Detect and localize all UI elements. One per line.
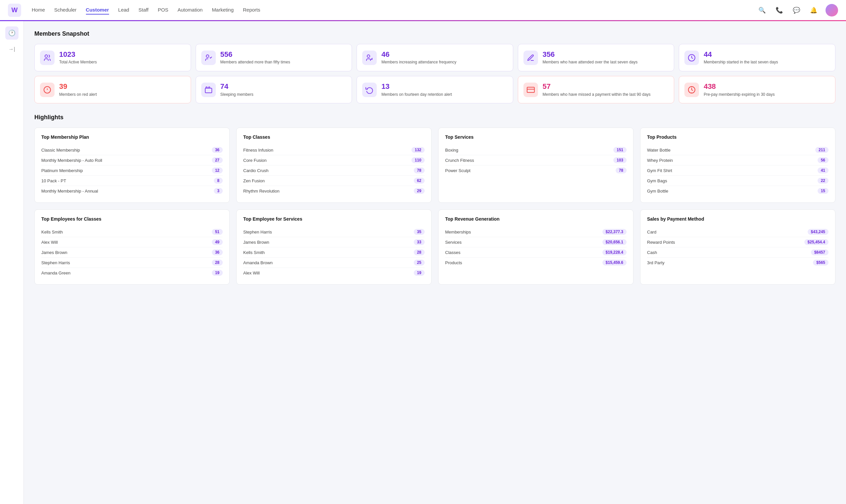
highlight-row[interactable]: Power Sculpt78 [445, 165, 627, 175]
highlight-card[interactable]: Top Membership PlanClassic Membership36M… [34, 127, 230, 203]
highlight-row[interactable]: James Brown33 [243, 237, 425, 247]
stat-retention[interactable]: 13 Members on fourteen day retention ale… [356, 76, 513, 103]
highlight-row[interactable]: Monthly Membership - Auto Roll27 [41, 155, 223, 165]
highlight-card[interactable]: Top Employees for ClassesKells Smith51Al… [34, 210, 230, 285]
logo[interactable]: W [8, 4, 21, 17]
nav-automation[interactable]: Automation [177, 6, 202, 15]
highlight-row[interactable]: Reward Points$25,454.4 [647, 237, 828, 247]
highlight-row-value: 211 [815, 147, 828, 153]
stat-attended-fifty[interactable]: 556 Members attended more than fifty tim… [196, 44, 352, 71]
highlight-row[interactable]: Card$43,245 [647, 227, 828, 237]
sidebar-clock-icon[interactable]: 🕐 [5, 26, 18, 40]
nav-lead[interactable]: Lead [118, 6, 129, 15]
nav-staff[interactable]: Staff [139, 6, 149, 15]
highlight-card[interactable]: Top ClassesFitness Infusion132Core Fusio… [236, 127, 431, 203]
stat-info: 39 Members on red alert [59, 82, 186, 97]
highlight-card-title: Top Employees for Classes [41, 216, 223, 222]
highlight-row[interactable]: Classes$19,228.4 [445, 247, 627, 258]
highlight-row[interactable]: Cardio Crush78 [243, 165, 425, 176]
nav-customer[interactable]: Customer [86, 6, 109, 15]
highlight-row-value: 78 [616, 167, 627, 174]
highlight-row-label: Platinum Membership [41, 168, 83, 173]
highlight-row[interactable]: Stephen Harris28 [41, 258, 223, 268]
highlight-card-title: Top Membership Plan [41, 134, 223, 140]
highlight-row[interactable]: Amanda Brown25 [243, 258, 425, 268]
svg-point-2 [367, 55, 370, 57]
highlight-row[interactable]: Water Bottle211 [647, 145, 828, 155]
highlight-row[interactable]: Services$20,656.1 [445, 237, 627, 247]
sleep-icon [201, 83, 216, 97]
nav-scheduler[interactable]: Scheduler [54, 6, 77, 15]
nav-marketing[interactable]: Marketing [212, 6, 234, 15]
stat-sleeping[interactable]: 74 Sleeping members [196, 76, 352, 103]
highlight-row-label: Rhythm Revolution [243, 188, 280, 194]
highlight-row-label: Cardio Crush [243, 168, 269, 173]
highlight-row[interactable]: 10 Pack - PT8 [41, 176, 223, 186]
highlight-row-label: Whey Protein [647, 158, 673, 163]
highlight-row-value: 19 [414, 270, 425, 276]
stat-info: 1023 Total Active Members [59, 50, 186, 65]
highlight-row[interactable]: Monthly Membership - Annual3 [41, 186, 223, 196]
navbar: W Home Scheduler Customer Lead Staff POS… [0, 0, 846, 21]
highlight-row-value: 35 [414, 229, 425, 235]
highlight-row[interactable]: Whey Protein56 [647, 155, 828, 165]
highlight-card[interactable]: Top Employee for ServicesStephen Harris3… [236, 210, 431, 285]
navbar-actions: 🔍 📞 💬 🔔 [757, 4, 838, 17]
stat-attended-seven[interactable]: 356 Members who have attended over the l… [518, 44, 674, 71]
members-icon [362, 51, 377, 65]
highlight-row[interactable]: Kells Smith28 [243, 247, 425, 258]
stat-label: Sleeping members [221, 92, 347, 97]
highlight-card[interactable]: Top ProductsWater Bottle211Whey Protein5… [640, 127, 835, 203]
stat-number: 44 [704, 50, 830, 59]
phone-icon[interactable]: 📞 [774, 5, 785, 16]
highlight-row[interactable]: Kells Smith51 [41, 227, 223, 237]
highlight-row[interactable]: Amanda Green19 [41, 268, 223, 278]
highlight-card[interactable]: Top ServicesBoxing151Crunch Fitness103Po… [438, 127, 634, 203]
highlight-row[interactable]: Stephen Harris35 [243, 227, 425, 237]
stat-info: 74 Sleeping members [221, 82, 347, 97]
highlight-row[interactable]: Fitness Infusion132 [243, 145, 425, 155]
highlight-row[interactable]: Classic Membership36 [41, 145, 223, 155]
stat-red-alert[interactable]: 39 Members on red alert [34, 76, 191, 103]
notification-icon[interactable]: 🔔 [808, 5, 819, 16]
sidebar-collapse-icon[interactable]: →| [8, 46, 15, 52]
highlight-row[interactable]: Zen Fusion62 [243, 176, 425, 186]
nav-reports[interactable]: Reports [243, 6, 260, 15]
highlight-row-label: Core Fusion [243, 158, 267, 163]
stat-new-membership[interactable]: 44 Membership started in the last seven … [679, 44, 835, 71]
whatsapp-icon[interactable]: 💬 [791, 5, 802, 16]
main-content: Members Snapshot 1023 Total Active Membe… [24, 21, 846, 504]
highlight-row[interactable]: Alex Will49 [41, 237, 223, 247]
nav-home[interactable]: Home [32, 6, 45, 15]
highlight-row[interactable]: Boxing151 [445, 145, 627, 155]
stat-total-active[interactable]: 1023 Total Active Members [34, 44, 191, 71]
highlight-row[interactable]: Cash$8457 [647, 247, 828, 258]
highlight-row[interactable]: Crunch Fitness103 [445, 155, 627, 165]
avatar[interactable] [826, 4, 838, 17]
stat-label: Membership started in the last seven day… [704, 59, 830, 65]
highlight-row[interactable]: 3rd Party$565 [647, 258, 828, 268]
highlight-card[interactable]: Sales by Payment MethodCard$43,245Reward… [640, 210, 835, 285]
highlight-row[interactable]: Gym Fit Shirt41 [647, 165, 828, 176]
svg-rect-11 [527, 87, 534, 92]
highlight-row[interactable]: Memberships$22,377.3 [445, 227, 627, 237]
highlight-row[interactable]: Gym Bags22 [647, 176, 828, 186]
highlight-row[interactable]: Products$15,459.6 [445, 258, 627, 268]
highlight-row[interactable]: James Brown36 [41, 247, 223, 258]
search-icon[interactable]: 🔍 [757, 5, 768, 16]
highlights-title: Highlights [34, 114, 835, 121]
highlight-card[interactable]: Top Revenue GenerationMemberships$22,377… [438, 210, 634, 285]
highlight-row[interactable]: Alex Will19 [243, 268, 425, 278]
highlight-row[interactable]: Gym Bottle15 [647, 186, 828, 196]
stat-missed-payment[interactable]: 57 Members who have missed a payment wit… [518, 76, 674, 103]
card-icon [524, 83, 538, 97]
stat-prepay-expiring[interactable]: 438 Pre-pay membership expiring in 30 da… [679, 76, 835, 103]
nav-pos[interactable]: POS [158, 6, 169, 15]
highlight-row[interactable]: Platinum Membership12 [41, 165, 223, 176]
stat-increasing-attendance[interactable]: 46 Members increasing attendance frequen… [356, 44, 513, 71]
highlight-row-label: Card [647, 230, 656, 234]
highlight-row[interactable]: Rhythm Revolution29 [243, 186, 425, 196]
recycle-icon [362, 83, 377, 97]
highlight-row[interactable]: Core Fusion110 [243, 155, 425, 165]
snapshot-title: Members Snapshot [34, 30, 835, 37]
